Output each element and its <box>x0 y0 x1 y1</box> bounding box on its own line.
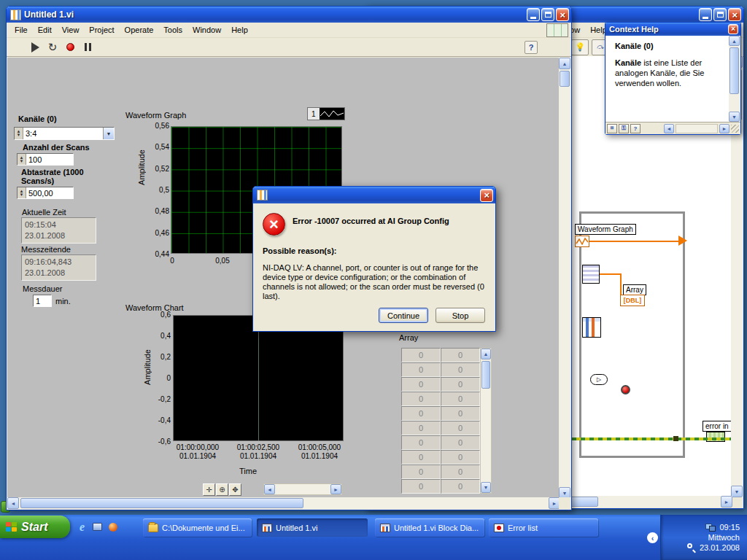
search-icon[interactable] <box>687 543 696 552</box>
menu-item[interactable]: View <box>57 23 85 36</box>
array-cell: 0 <box>441 377 480 392</box>
menu-item[interactable]: Help <box>226 23 253 36</box>
wire-junction <box>673 436 678 441</box>
y-tick-label: 0,2 <box>160 353 171 361</box>
stop-button[interactable]: Stop <box>436 308 485 323</box>
array-cell: 0 <box>441 392 480 406</box>
context-help-vscrollbar[interactable]: ▲ ▼ <box>729 36 740 122</box>
minimize-button[interactable] <box>699 8 712 21</box>
maximize-button[interactable] <box>713 8 727 21</box>
panel-hscrollbar[interactable]: ◄ ► <box>7 497 560 509</box>
continue-button[interactable]: Continue <box>379 308 428 323</box>
optional-terminals-icon[interactable]: ⌗ <box>607 124 617 133</box>
menu-item[interactable]: Tools <box>158 23 187 36</box>
scroll-left-icon[interactable]: ◄ <box>664 124 674 133</box>
media-player-icon[interactable] <box>107 521 119 533</box>
y-tick-label: -0,4 <box>158 416 171 424</box>
waveform-graph-terminal-icon[interactable] <box>575 236 589 247</box>
tray-day: Mittwoch <box>708 533 740 542</box>
crosshair-tool-icon[interactable]: ✛ <box>203 483 215 496</box>
messdauer-field[interactable]: 1 <box>33 295 52 307</box>
close-button[interactable]: × <box>728 24 738 34</box>
tray-clock[interactable]: 09:15 <box>719 523 740 532</box>
chart-y-axis: 0,60,40,20-0,2-0,4-0,6 <box>150 311 171 446</box>
array-row: 0 0 <box>401 450 480 464</box>
show-desktop-icon[interactable] <box>91 521 104 533</box>
run-button[interactable] <box>27 39 43 55</box>
array-terminal-label[interactable]: Array <box>623 284 646 295</box>
internet-explorer-icon[interactable]: e <box>76 521 88 533</box>
x-tick-group: 01:00:00,00001.01.1904 <box>166 443 229 461</box>
array-cell: 0 <box>441 464 480 479</box>
aktuelle-zeit-display: 09:15:04 23.01.2008 <box>21 217 96 244</box>
stop-led-icon[interactable] <box>621 385 630 394</box>
comparison-function-icon[interactable]: ▷ <box>590 374 608 385</box>
array-cell: 0 <box>401 450 441 464</box>
spinner-icon[interactable]: ▲▼ <box>18 154 26 165</box>
kanale-value: 3:4 <box>23 128 103 139</box>
chart-hscrollbar[interactable]: ◄ ► <box>263 483 342 495</box>
loop-tunnel-icon[interactable] <box>678 236 687 246</box>
anzahl-field[interactable]: ▲▼ 100 <box>17 153 74 166</box>
menu-item[interactable]: Operate <box>120 23 159 36</box>
kanale-dropdown[interactable]: ▲▼ 3:4 ▼ <box>14 127 115 140</box>
array-row: 0 0 <box>401 377 480 392</box>
abort-button[interactable] <box>62 39 78 55</box>
context-help-heading: Kanäle (0) <box>615 42 722 50</box>
taskbar-item-error-list[interactable]: Error list <box>489 518 598 537</box>
aktuelle-zeit-date: 23.01.2008 <box>25 230 93 241</box>
tray-date: 23.01.2008 <box>700 543 740 552</box>
help-icon[interactable]: ? <box>525 41 538 54</box>
abtastrate-field[interactable]: ▲▼ 500,00 <box>17 187 74 199</box>
tray-chevron-icon[interactable]: ‹ <box>647 532 658 543</box>
error-in-label[interactable]: error in <box>703 421 732 432</box>
anzahl-label: Anzahl der Scans <box>23 143 90 152</box>
pan-tool-icon[interactable]: ✥ <box>229 483 241 496</box>
y-tick-label: 0,52 <box>155 165 169 173</box>
maximize-button[interactable] <box>541 8 554 21</box>
menu-item[interactable]: File <box>9 23 33 36</box>
array-dbl-terminal-icon[interactable]: [DBL] <box>620 295 645 306</box>
menu-item[interactable]: Edit <box>33 23 57 36</box>
pause-button[interactable] <box>80 39 96 55</box>
anzahl-value: 100 <box>26 154 73 165</box>
daq-read-vi-icon[interactable] <box>582 317 601 338</box>
front-panel-titlebar[interactable]: Untitled 1.vi × <box>7 7 571 23</box>
array-cell: 0 <box>441 450 480 464</box>
scroll-right-icon[interactable]: ► <box>719 124 729 133</box>
taskbar-item-untitled-vi[interactable]: Untitled 1.vi <box>257 518 368 537</box>
close-button[interactable]: × <box>728 8 741 21</box>
context-help-body: Kanäle (0) Kanäle ist eine Liste der ana… <box>606 36 740 122</box>
menu-item[interactable]: Window <box>187 23 226 36</box>
minimize-button[interactable] <box>527 8 540 21</box>
close-button[interactable]: × <box>556 8 569 21</box>
taskbar-item-block-diagram[interactable]: Untitled 1.vi Block Dia... <box>375 518 484 537</box>
graph-legend[interactable]: 1 <box>307 107 345 120</box>
array-vscrollbar[interactable]: ▲ ▼ <box>480 348 492 494</box>
zoom-tool-icon[interactable]: ⊕ <box>216 483 228 496</box>
network-icon[interactable] <box>705 524 716 532</box>
array-cell: 0 <box>401 479 441 494</box>
taskbar-item-explorer[interactable]: C:\Dokumente und Ei... <box>143 518 252 537</box>
connector-pane-icon[interactable] <box>546 23 568 37</box>
build-array-icon[interactable] <box>582 265 600 284</box>
highlight-execution-icon[interactable]: 💡 <box>571 39 589 55</box>
error-dialog-titlebar[interactable]: × <box>253 187 495 203</box>
more-help-icon[interactable]: ? <box>630 124 640 133</box>
graph-terminal-label[interactable]: Waveform Graph <box>575 224 636 235</box>
spinner-icon[interactable]: ▲▼ <box>18 187 26 198</box>
array-cell: 0 <box>401 435 441 450</box>
menu-item[interactable]: Project <box>84 23 119 36</box>
start-button[interactable]: Start <box>0 516 70 538</box>
run-continuous-button[interactable]: ↻ <box>44 39 61 55</box>
panel-vscrollbar[interactable]: ▲ ▼ <box>559 58 570 499</box>
spinner-icon[interactable]: ▲▼ <box>15 128 23 139</box>
context-help-titlebar[interactable]: Context Help × <box>605 23 740 36</box>
messzeitende-date: 23.01.2008 <box>25 268 93 279</box>
x-tick-label: 0 <box>165 257 179 265</box>
resize-grip[interactable] <box>731 125 739 133</box>
dropdown-arrow-icon[interactable]: ▼ <box>103 128 114 139</box>
lock-help-icon[interactable]: ⚿ <box>619 124 629 133</box>
waveform-chart-plot <box>173 315 344 441</box>
close-button[interactable]: × <box>480 189 493 202</box>
